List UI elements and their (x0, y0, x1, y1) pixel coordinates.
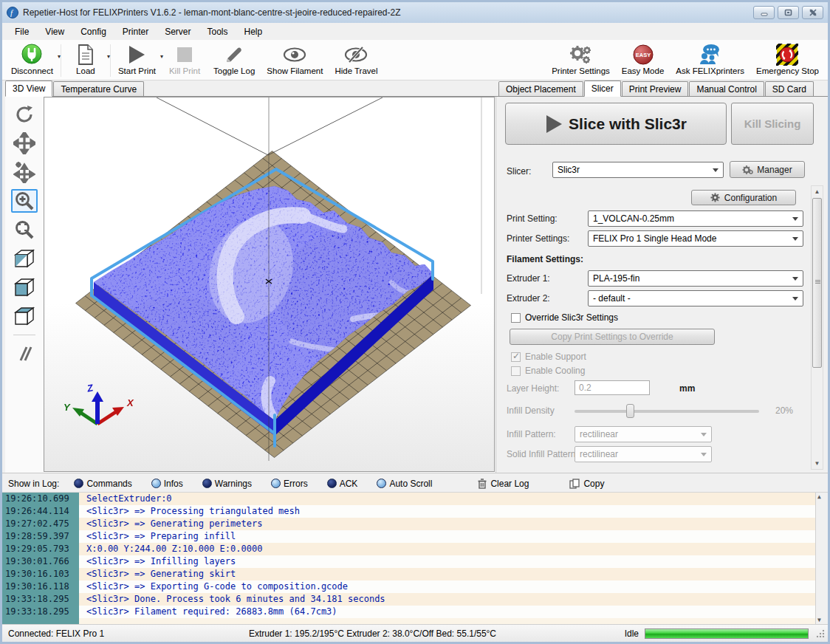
right-pane: Object Placement Slicer Print Preview Ma… (495, 80, 828, 473)
tab-print-preview[interactable]: Print Preview (622, 81, 689, 96)
configuration-button[interactable]: Configuration (691, 190, 796, 205)
axis-label-y: Y (64, 402, 71, 413)
easy-mode-button[interactable]: EASY Easy Mode (616, 41, 670, 80)
log-entry: 19:29:05.793 X:0.00 Y:244.00 Z:10.000 E:… (2, 543, 828, 555)
maximize-button[interactable] (778, 6, 799, 19)
ask-felixprinters-button[interactable]: Ask FELIXprinters (670, 41, 750, 80)
log-toggle[interactable]: Errors (267, 477, 312, 490)
scrollbar-thumb[interactable] (812, 198, 822, 368)
close-button[interactable] (802, 6, 823, 19)
viewport-3d[interactable]: Y X Z (44, 97, 495, 472)
printer-settings-label: Printer Settings: (507, 233, 569, 244)
log-message: SelectExtruder:0 (79, 493, 828, 505)
chevron-down-icon (792, 217, 798, 221)
print-setting-label: Print Setting: (507, 213, 558, 224)
log-timestamp: 19:28:59.397 (2, 530, 79, 543)
scroll-down-icon[interactable]: ▼ (817, 617, 821, 623)
zoom-fit-tool[interactable] (11, 218, 38, 242)
printer-settings-button[interactable]: Printer Settings (546, 41, 616, 80)
menu-item[interactable]: View (37, 24, 72, 39)
chevron-down-icon (792, 277, 798, 281)
extruder2-select[interactable]: - default - (588, 290, 803, 306)
chevron-down-icon (792, 297, 798, 301)
menu-item[interactable]: Help (236, 24, 271, 39)
log-message: X:0.00 Y:244.00 Z:10.000 E:0.0000 (79, 543, 828, 555)
dropdown-caret[interactable]: ▾ (107, 53, 110, 60)
log-timestamp: 19:30:16.103 (2, 568, 79, 580)
parallel-projection-tool[interactable] (11, 342, 38, 366)
load-button[interactable]: ▾ Load (63, 41, 109, 80)
clear-log-button[interactable]: Clear Log (472, 477, 535, 490)
slicer-scrollbar[interactable]: ▲ ▼ (811, 185, 823, 470)
view-top-tool[interactable] (11, 304, 38, 328)
infill-density-slider (575, 410, 759, 413)
solid-infill-pattern-select: rectilinear (575, 446, 712, 462)
scroll-up-icon[interactable]: ▲ (817, 493, 821, 500)
log-timestamp: 19:26:44.114 (2, 505, 79, 518)
log-area[interactable]: 19:26:10.699 SelectExtruder:0 19:26:44.1… (2, 493, 828, 624)
scroll-up-icon[interactable]: ▲ (812, 186, 823, 197)
rotate-view-tool[interactable] (11, 103, 38, 126)
menu-item[interactable]: File (7, 24, 37, 39)
toggle-sphere-icon (377, 479, 386, 488)
log-message: <Slic3r> Filament required: 26883.8mm (6… (79, 606, 828, 618)
tab-object-placement[interactable]: Object Placement (498, 81, 583, 96)
gears-icon (568, 44, 593, 66)
toolbar: ▾ Disconnect ▾ Load ▾ Start Print (2, 40, 828, 80)
extruder1-label: Extruder 1: (507, 273, 550, 284)
log-timestamp: 19:30:16.118 (2, 580, 79, 593)
show-filament-button[interactable]: Show Filament (261, 41, 329, 80)
slice-button[interactable]: Slice with Slic3r (505, 103, 727, 145)
toggle-log-button[interactable]: Toggle Log (208, 41, 261, 80)
disconnect-button[interactable]: ▾ Disconnect (5, 41, 59, 80)
move-printhead-tool[interactable] (11, 160, 38, 184)
menu-item[interactable]: Tools (199, 24, 236, 39)
log-message: <Slic3r> => Processing triangulated mesh (79, 505, 828, 518)
start-print-button[interactable]: ▾ Start Print (112, 41, 162, 80)
resize-grip[interactable] (816, 629, 825, 638)
axis-label-z: Z (85, 382, 95, 394)
tab-manual-control[interactable]: Manual Control (689, 81, 764, 96)
emergency-stop-button[interactable]: Emergency Stop (750, 41, 825, 80)
log-entry: 19:26:10.699 SelectExtruder:0 (2, 493, 828, 505)
hide-travel-button[interactable]: Hide Travel (329, 41, 383, 80)
status-bar: Connected: FELIX Pro 1 Extruder 1: 195.2… (2, 624, 828, 642)
copy-log-button[interactable]: Copy (563, 477, 610, 490)
manager-button[interactable]: Manager (730, 161, 805, 178)
tab-slicer[interactable]: Slicer (584, 80, 621, 97)
override-slic3r-checkbox[interactable]: Override Slic3r Settings (511, 312, 618, 323)
tab-3d-view[interactable]: 3D View (5, 80, 52, 97)
log-scrollbar[interactable]: ▲ ▼ (815, 493, 828, 624)
minimize-button[interactable] (753, 6, 775, 19)
titlebar: f Repetier-Host for FELIXPrinters V1.6.2… (2, 2, 828, 23)
log-timestamp: 19:33:18.295 (2, 606, 79, 618)
view-front-tool[interactable] (11, 275, 38, 299)
menu-item[interactable]: Config (72, 24, 114, 39)
menu-item[interactable]: Printer (114, 24, 157, 39)
enable-cooling-checkbox: Enable Cooling (511, 366, 585, 376)
tab-temperature-curve[interactable]: Temperature Curve (53, 81, 144, 96)
view-isometric-tool[interactable] (11, 247, 38, 270)
slicer-select[interactable]: Slic3r (552, 162, 724, 178)
zoom-in-tool[interactable] (11, 189, 38, 213)
log-toggle[interactable]: Commands (69, 477, 136, 490)
log-toggle[interactable]: ACK (323, 477, 363, 490)
print-setting-select[interactable]: 1_VOLCAN-0.25mm (588, 210, 803, 227)
log-toggle[interactable]: Warnings (198, 477, 256, 490)
log-message: <Slic3r> => Exporting G-code to composit… (79, 580, 828, 593)
plug-icon (21, 44, 43, 66)
log-entry: 19:30:16.118 <Slic3r> => Exporting G-cod… (2, 580, 828, 593)
chevron-down-icon (701, 453, 707, 456)
log-toggle[interactable]: Infos (147, 477, 188, 490)
scroll-down-icon[interactable]: ▼ (812, 458, 823, 469)
chat-people-icon (698, 44, 723, 66)
dropdown-caret[interactable]: ▾ (58, 53, 61, 60)
tab-sd-card[interactable]: SD Card (765, 81, 814, 96)
extruder1-select[interactable]: PLA-195-fin (588, 270, 803, 287)
log-message: <Slic3r> Done. Process took 6 minutes an… (79, 593, 828, 606)
log-toggle[interactable]: Auto Scroll (372, 477, 436, 490)
toggle-sphere-icon (271, 479, 281, 488)
move-view-tool[interactable] (11, 131, 38, 155)
printer-settings-select[interactable]: FELIX Pro 1 Single Head Mode (588, 230, 803, 247)
menu-item[interactable]: Server (157, 24, 199, 39)
